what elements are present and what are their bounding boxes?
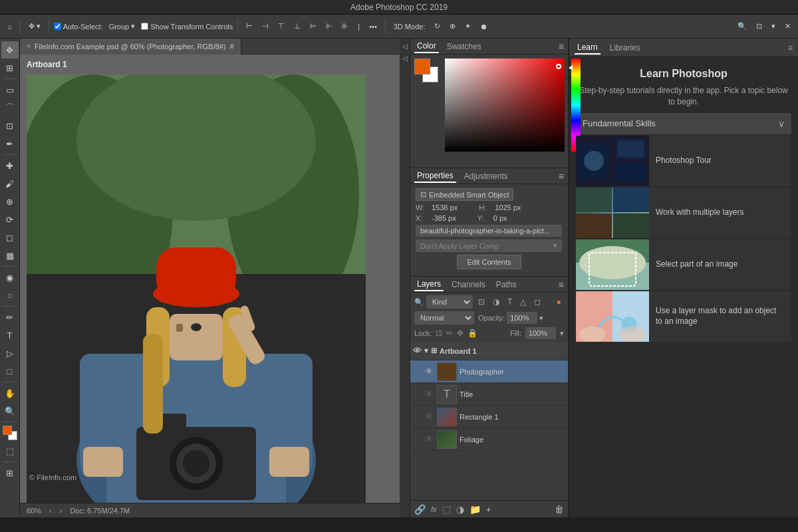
layers-tab[interactable]: Layers (414, 278, 444, 291)
more-options-button[interactable]: ••• (366, 21, 380, 32)
artboard-tool[interactable]: ⊞ (1, 59, 19, 76)
distribute3-button[interactable]: ⊪ (338, 21, 352, 32)
layers-list[interactable]: 👁 ▾ ⊞ Artboard 1 👁 Photographer 👁 (410, 342, 568, 500)
align-center-h-button[interactable]: ⊣ (259, 21, 272, 32)
artboard-layer-row[interactable]: 👁 ▾ ⊞ Artboard 1 (410, 342, 568, 360)
photoshop-tour-card[interactable]: Photoshop Tour (576, 136, 791, 186)
workspace-dropdown[interactable]: ▾ (768, 21, 779, 32)
opacity-input[interactable] (507, 312, 537, 324)
search-button[interactable]: 🔍 (734, 21, 750, 32)
expand-props-button[interactable]: ◁ (400, 53, 410, 63)
create-layer-button[interactable]: + (486, 504, 491, 515)
close-button[interactable]: ✕ (781, 21, 794, 32)
artboard-expand-arrow[interactable]: ▾ (424, 346, 428, 355)
fundamental-skills-header[interactable]: Fundamental Skills ∨ (576, 113, 791, 134)
brush-tool[interactable]: 🖌 (1, 175, 19, 192)
align-left-button[interactable]: ⊢ (243, 21, 256, 32)
work-multiple-layers-card[interactable]: Work with multiple layers (576, 188, 791, 238)
color-panel-menu[interactable]: ≡ (559, 41, 564, 52)
healing-tool[interactable]: ✚ (1, 157, 19, 174)
nav-arrow-left[interactable]: ‹ (49, 507, 52, 515)
photographer-vis-button[interactable]: 👁 (424, 366, 434, 377)
nav-arrow-right[interactable]: › (60, 507, 63, 515)
photographer-layer[interactable]: 👁 Photographer (410, 360, 568, 383)
crop-tool[interactable]: ⊡ (1, 117, 19, 134)
color-gradient-field[interactable] (445, 59, 565, 152)
rectangle-layer[interactable]: 👁 Rectangle 1 (410, 406, 568, 428)
foliage-layer[interactable]: 👁 Foliage (410, 428, 568, 451)
channels-tab[interactable]: Channels (449, 279, 488, 291)
fg-bg-color-tool[interactable] (1, 424, 19, 442)
learn-tab[interactable]: Learn (575, 41, 600, 55)
color-tab[interactable]: Color (414, 40, 439, 53)
blur-tool[interactable]: ◉ (1, 269, 19, 286)
move-tool[interactable]: ✥ (1, 41, 19, 59)
close-tab-button[interactable]: × (27, 43, 31, 50)
lock-position-button[interactable]: ✏ (446, 329, 453, 338)
color-picker-handle[interactable] (556, 64, 561, 69)
gradient-tool[interactable]: ▦ (1, 247, 19, 264)
canvas-image[interactable] (27, 74, 366, 503)
lock-pixels-button[interactable]: ⊡ (436, 329, 442, 338)
marquee-tool[interactable]: ▭ (1, 81, 19, 98)
color-picker-area[interactable] (445, 59, 565, 152)
layer-mask-card[interactable]: Use a layer mask to add an object to an … (576, 291, 791, 342)
type-tool[interactable]: T (1, 327, 19, 344)
path-select-tool[interactable]: ▷ (1, 344, 19, 362)
fill-input[interactable] (525, 327, 556, 339)
dodge-tool[interactable]: ○ (1, 287, 19, 304)
properties-panel-menu[interactable]: ≡ (559, 171, 564, 182)
adjustments-tab[interactable]: Adjustments (462, 170, 511, 182)
title-layer[interactable]: 👁 T Title (410, 383, 568, 406)
align-top-button[interactable]: ⊥ (291, 21, 304, 32)
move-tool-button[interactable]: ✥ ▾ (25, 21, 44, 32)
eyedropper-tool[interactable]: ✒ (1, 135, 19, 152)
hand-tool[interactable]: ✋ (1, 384, 19, 402)
title-vis-button[interactable]: 👁 (424, 389, 434, 400)
auto-select-checkbox[interactable]: Auto-Select: (54, 23, 103, 31)
add-mask-button[interactable]: ⬚ (442, 504, 451, 515)
opacity-arrow[interactable]: ▾ (539, 314, 543, 323)
fg-bg-swatch-box[interactable] (414, 59, 438, 82)
filter-active-indicator[interactable]: ● (554, 296, 564, 308)
expand-color-button[interactable]: ◁ (400, 41, 410, 51)
document-tab[interactable]: × FileInfo.com Example.psd @ 60% (Photog… (20, 39, 241, 55)
clone-tool[interactable]: ⊕ (1, 193, 19, 210)
filter-pixel-button[interactable]: ⊡ (475, 296, 487, 308)
lasso-tool[interactable]: ⌒ (1, 99, 19, 116)
artboard-vis-icon[interactable]: 👁 (413, 346, 422, 356)
rectangle-vis-button[interactable]: 👁 (424, 412, 434, 422)
zoom-tool[interactable]: 🔍 (1, 402, 19, 420)
shape-tool[interactable]: □ (1, 362, 19, 380)
lock-all-button[interactable]: 🔒 (467, 329, 477, 338)
delete-layer-button[interactable]: 🗑 (555, 504, 564, 515)
quick-mask-tool[interactable]: ⬚ (1, 442, 19, 460)
filter-adj-button[interactable]: ◑ (490, 296, 502, 308)
blend-mode-select[interactable]: Normal (414, 311, 474, 325)
paths-tab[interactable]: Paths (493, 279, 519, 291)
fg-color-swatch[interactable] (3, 426, 12, 435)
edit-contents-button[interactable]: Edit Contents (457, 255, 521, 269)
distribute-button[interactable]: ⊨ (307, 21, 320, 32)
foliage-vis-button[interactable]: 👁 (424, 434, 434, 445)
lock-move-button[interactable]: ✥ (457, 329, 464, 338)
3d-rotate-button[interactable]: ↻ (431, 21, 444, 32)
3d-orbit-button[interactable]: ✦ (462, 21, 474, 32)
properties-tab[interactable]: Properties (414, 170, 456, 183)
foreground-color-swatch[interactable] (414, 59, 430, 74)
add-adjustment-button[interactable]: ◑ (456, 504, 464, 515)
screen-mode-tool[interactable]: ⊞ (1, 464, 19, 481)
align-right-button[interactable]: ⊤ (275, 21, 288, 32)
fx-button[interactable]: fx (431, 505, 437, 513)
swatches-tab[interactable]: Swatches (444, 41, 484, 53)
distribute2-button[interactable]: ⊩ (323, 21, 336, 32)
kind-filter-select[interactable]: Kind (426, 295, 473, 309)
3d-pan-button[interactable]: ⊕ (446, 21, 459, 32)
eraser-tool[interactable]: ◻ (1, 229, 19, 246)
layers-panel-menu[interactable]: ≡ (559, 279, 564, 290)
select-part-card[interactable]: Select part of an image (576, 239, 791, 290)
pen-tool[interactable]: ✏ (1, 309, 19, 326)
canvas-scroll-area[interactable]: Artboard 1 (20, 55, 400, 503)
learn-panel-menu[interactable]: ≡ (788, 43, 793, 53)
history-tool[interactable]: ⟳ (1, 211, 19, 228)
